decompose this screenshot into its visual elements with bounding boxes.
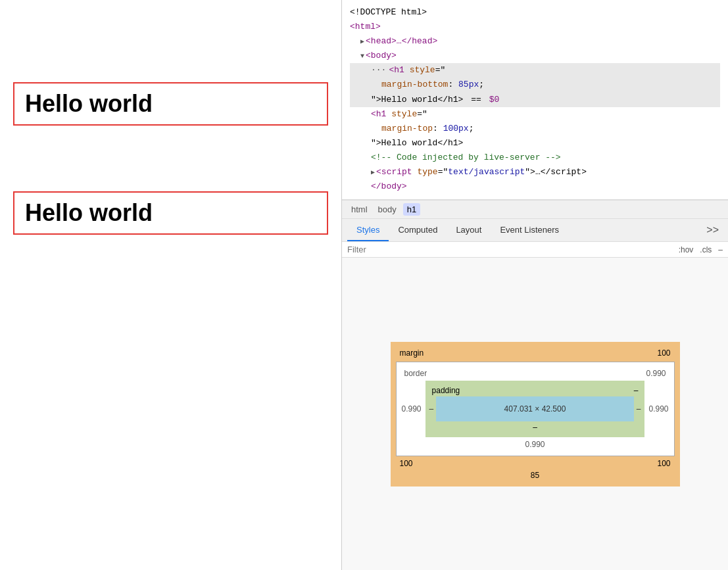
hello-world-box-2: Hello world	[13, 191, 328, 235]
breadcrumb: html body h1	[342, 200, 728, 219]
filter-hov[interactable]: :hov .cls –	[679, 245, 723, 254]
box-model-area: margin 100 border 0.990 0.990	[342, 258, 728, 570]
margin-label: margin	[400, 348, 424, 358]
tab-styles[interactable]: Styles	[347, 220, 389, 241]
triangle-icon[interactable]: ▶	[360, 36, 364, 47]
breadcrumb-html[interactable]: html	[347, 203, 372, 216]
tab-event-listeners[interactable]: Event Listeners	[491, 220, 568, 241]
border-left-value: 0.990	[402, 404, 422, 414]
padding-label: padding	[432, 386, 460, 395]
dom-line-h1-2-open: <h1 style="	[350, 107, 720, 122]
border-box: border 0.990 0.990 padding –	[396, 362, 675, 456]
dom-line-margin-top: margin-top: 100px;	[350, 122, 720, 136]
border-bottom-value: 0.990	[525, 440, 545, 449]
content-box: 407.031 × 42.500	[436, 396, 634, 421]
dom-line-html: <html>	[350, 20, 720, 34]
dom-line-body-close: </body>	[350, 179, 720, 194]
padding-top-row: padding –	[429, 385, 641, 396]
border-top-value: 0.990	[646, 369, 666, 378]
margin-right-value: 100	[657, 459, 670, 468]
margin-side-row: 100 100	[396, 456, 675, 468]
margin-bottom-row: 85	[396, 468, 675, 481]
dom-line-body[interactable]: ▼ <body>	[350, 49, 720, 63]
padding-and-content: padding – – 407.031 × 42.500 –	[425, 381, 645, 437]
dom-line-margin-bottom: margin-bottom: 85px;	[350, 78, 720, 92]
border-bottom-row: 0.990	[402, 437, 669, 450]
dom-line-script[interactable]: ▶ <script type="text/javascript">…</scri…	[350, 165, 720, 179]
margin-left-value: 100	[400, 459, 413, 468]
margin-top-row: margin 100	[396, 347, 675, 362]
tab-more-icon[interactable]: >>	[702, 219, 723, 241]
tab-layout[interactable]: Layout	[447, 220, 491, 241]
dom-line-head[interactable]: ▶ <head>…</head>	[350, 34, 720, 49]
padding-box: padding – – 407.031 × 42.500 –	[425, 381, 645, 437]
breadcrumb-body[interactable]: body	[374, 203, 400, 216]
filter-input[interactable]	[347, 245, 479, 254]
margin-bottom-value: 85	[531, 471, 539, 480]
dom-line-comment: <!-- Code injected by live-server -->	[350, 151, 720, 165]
dom-inspector: <!DOCTYPE html> <html> ▶ <head>…</head> …	[342, 0, 728, 200]
padding-top-value: –	[634, 386, 639, 395]
margin-top-value: 100	[657, 348, 670, 358]
hello-world-box-1: Hello world	[13, 82, 328, 126]
hello-world-text-2: Hello world	[25, 199, 316, 227]
devtools-tabs: Styles Computed Layout Event Listeners >…	[342, 219, 728, 242]
dom-line-h1-content: ">Hello world</h1> == $0	[350, 93, 720, 107]
dom-line-h1-2-content: ">Hello world</h1>	[350, 136, 720, 151]
border-middle: 0.990 padding – –	[402, 381, 669, 437]
tab-computed[interactable]: Computed	[389, 220, 447, 241]
border-label: border	[404, 369, 427, 378]
border-right-value: 0.990	[648, 404, 668, 414]
padding-bottom-row: –	[429, 421, 641, 433]
breadcrumb-h1[interactable]: h1	[403, 203, 420, 216]
triangle-expand-icon[interactable]: ▼	[360, 51, 364, 62]
hello-world-text-1: Hello world	[25, 90, 316, 118]
padding-left-value: –	[429, 404, 434, 414]
browser-preview: Hello world Hello world	[0, 0, 342, 570]
filter-bar: :hov .cls –	[342, 242, 728, 258]
content-size: 407.031 × 42.500	[504, 404, 566, 414]
box-model-diagram: margin 100 border 0.990 0.990	[391, 342, 680, 487]
padding-right-value: –	[637, 404, 641, 414]
border-top-row: border 0.990	[402, 368, 669, 381]
devtools-panel: <!DOCTYPE html> <html> ▶ <head>…</head> …	[342, 0, 728, 570]
dom-line-h1-open[interactable]: ··· <h1 style="	[350, 63, 720, 78]
padding-bottom-value: –	[533, 423, 537, 432]
dots-icon: ···	[371, 63, 386, 78]
script-triangle-icon[interactable]: ▶	[371, 167, 375, 178]
margin-box: margin 100 border 0.990 0.990	[391, 342, 680, 487]
padding-middle: – 407.031 × 42.500 –	[429, 396, 641, 421]
dom-line-doctype: <!DOCTYPE html>	[350, 5, 720, 20]
